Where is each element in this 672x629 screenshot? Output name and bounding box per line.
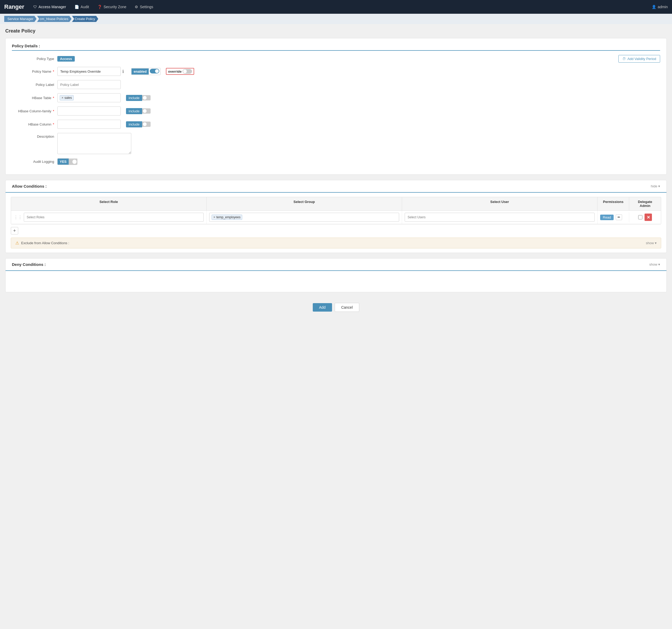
hbase-table-include-toggle[interactable]: include [126,95,150,101]
hbase-column-family-input[interactable] [57,107,121,116]
tag-remove-icon[interactable]: × [62,96,64,100]
delegate-admin-checkbox[interactable] [638,215,642,219]
description-label: Description [12,133,54,139]
hbase-column-input[interactable] [57,120,121,129]
group-tag: × temp_employees [212,215,242,220]
nav-settings[interactable]: ⚙ Settings [131,3,157,10]
hbase-column-family-row: HBase Column-family * include [12,107,660,116]
nav-security-zone[interactable]: ❓ Security Zone [94,3,130,10]
audit-logging-label: Audit Logging [12,160,54,164]
policy-name-row: Policy Name * ℹ enabled override [12,67,660,76]
select-group-input[interactable]: × temp_employees [209,213,399,222]
policy-details-card: Policy Details : Policy Type Access ⏱ Ad… [5,38,667,175]
delegate-admin-checkbox-cell [638,215,642,219]
delegate-admin-cell: ✕ [629,211,661,223]
user-icon: 👤 [652,5,656,9]
audit-logging-switch[interactable] [69,159,77,165]
hbase-column-include-toggle[interactable]: include [126,121,150,127]
user-menu[interactable]: 👤 admin [652,5,668,9]
nav-access-manager[interactable]: 🛡 Access Manager [30,3,70,10]
group-tag-remove-icon[interactable]: × [213,215,215,219]
add-row-button[interactable]: + [11,227,18,234]
audit-logging-row: Audit Logging YES [12,158,660,165]
policy-details-title: Policy Details : [12,44,660,51]
role-cell: ⋮⋮ [11,211,207,224]
deny-conditions-section: Deny Conditions : show ▾ [5,258,667,292]
policy-name-input[interactable] [57,67,121,76]
override-switch[interactable] [183,69,192,74]
allow-conditions-title: Allow Conditions : [12,184,47,188]
hbase-column-label: HBase Column * [12,122,54,126]
breadcrumb: Service Manager cm_hbase Policies Create… [0,14,672,24]
add-button[interactable]: Add [313,303,332,311]
policy-name-info-icon[interactable]: ℹ [122,69,124,74]
hbase-column-family-toggle-switch[interactable] [142,108,150,114]
exclude-from-allow-conditions: ⚠ Exclude from Allow Conditions : show ▾ [11,238,661,249]
warning-icon: ⚠ [15,240,19,246]
gear-icon: ⚙ [135,5,138,9]
user-cell [402,211,598,224]
allow-conditions-body: Select Role Select Group Select User Per… [5,193,667,253]
hbase-table-row: HBase Table * × sales include [12,93,660,102]
hbase-column-row: HBase Column * include [12,120,660,129]
action-bar: Add Cancel [5,298,667,317]
audit-logging-toggle[interactable]: YES [57,158,77,165]
policy-label-label: Policy Label [12,83,54,87]
select-users-input[interactable] [405,213,595,222]
permission-edit-button[interactable]: ✏ [616,214,622,220]
shield-icon: 🛡 [33,5,37,9]
description-row: Description [12,133,660,154]
hbase-table-label: HBase Table * [12,96,54,100]
hbase-column-family-label: HBase Column-family * [12,109,54,113]
hbase-table-tag: × sales [60,95,74,100]
exclude-title: ⚠ Exclude from Allow Conditions : [15,240,69,246]
policy-label-row: Policy Label [12,80,660,89]
hbase-column-family-include-toggle[interactable]: include [126,108,150,114]
policy-type-label: Policy Type [12,57,54,61]
col-header-user: Select User [402,197,598,210]
policy-name-label: Policy Name * [12,70,54,73]
allow-conditions-section: Allow Conditions : hide ▾ Select Role Se… [5,180,667,253]
col-header-delegate-admin: Delegate Admin [629,197,661,210]
allow-conditions-hide-link[interactable]: hide ▾ [651,184,660,188]
nav-audit[interactable]: 📄 Audit [71,3,93,10]
hbase-table-toggle-switch[interactable] [142,95,150,100]
allow-conditions-header: Allow Conditions : hide ▾ [5,180,667,193]
delete-row-button[interactable]: ✕ [645,213,652,221]
breadcrumb-service-manager[interactable]: Service Manager [4,16,37,22]
page-title: Create Policy [5,28,667,34]
override-toggle-box: override [166,68,194,75]
table-row: ⋮⋮ × temp_employees [11,211,661,224]
policy-label-input[interactable] [57,80,121,89]
exclamation-icon: ❓ [97,5,102,9]
navbar: Ranger 🛡 Access Manager 📄 Audit ❓ Securi… [0,0,672,14]
add-validity-period-button[interactable]: ⏱ Add Validity Period [618,55,660,63]
clock-icon: ⏱ [622,57,626,61]
hbase-table-input[interactable]: × sales [57,93,121,102]
drag-handle-icon[interactable]: ⋮⋮ [14,215,22,220]
deny-conditions-show-link[interactable]: show ▾ [649,262,660,266]
deny-conditions-body [5,271,667,292]
deny-conditions-header: Deny Conditions : show ▾ [5,258,667,271]
hbase-column-toggle-switch[interactable] [142,121,150,127]
brand-logo[interactable]: Ranger [4,3,24,10]
deny-conditions-title: Deny Conditions : [12,262,46,267]
permission-read-badge: Read [600,215,614,220]
enabled-toggle[interactable]: enabled [131,68,161,75]
permissions-cell: Read ✏ [598,212,629,222]
breadcrumb-create-policy[interactable]: Create Policy [72,16,98,22]
select-roles-input[interactable] [24,213,203,222]
enabled-toggle-group: enabled [131,68,161,75]
col-header-permissions: Permissions [598,197,629,210]
col-header-role: Select Role [11,197,207,210]
policy-type-row: Policy Type Access ⏱ Add Validity Period [12,55,660,63]
breadcrumb-policies[interactable]: cm_hbase Policies [37,16,71,22]
cancel-button[interactable]: Cancel [335,303,360,312]
enabled-switch[interactable] [150,69,159,73]
allow-conditions-table-header: Select Role Select Group Select User Per… [11,197,661,211]
allow-conditions-table: Select Role Select Group Select User Per… [11,197,661,225]
col-header-group: Select Group [207,197,402,210]
description-textarea[interactable] [57,133,131,154]
file-icon: 📄 [74,5,79,9]
exclude-show-link[interactable]: show ▾ [646,241,657,245]
